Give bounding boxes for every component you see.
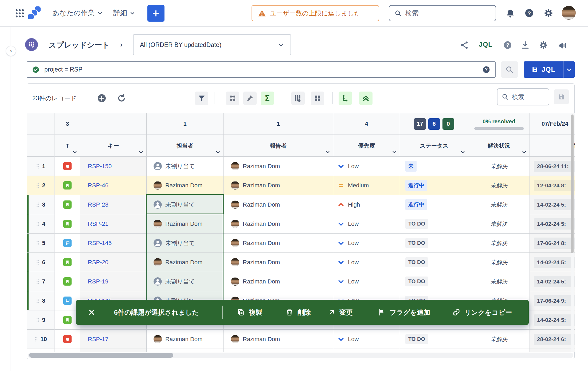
issue-type-cell[interactable] <box>55 157 80 176</box>
issue-type-cell[interactable] <box>55 253 80 272</box>
created-cell[interactable]: 14-02-24 5: <box>530 310 575 330</box>
reporter-cell[interactable]: Raziman Dom <box>224 272 333 291</box>
megaphone-icon[interactable] <box>558 41 567 50</box>
issue-type-cell[interactable] <box>55 176 80 195</box>
created-cell[interactable]: 17-06-24 9: <box>530 291 575 310</box>
duplicate-button[interactable]: 複製 <box>237 300 262 325</box>
issue-type-cell[interactable] <box>55 195 80 214</box>
col-header-resolution[interactable]: 解決状況 <box>468 135 530 157</box>
save-view-button[interactable] <box>554 89 569 104</box>
vertical-scrollbar[interactable] <box>571 113 574 352</box>
jql-search-button[interactable] <box>501 61 518 78</box>
refresh-icon[interactable] <box>117 93 126 103</box>
download-icon[interactable] <box>521 41 530 50</box>
assignee-cell[interactable]: Raziman Dom <box>147 176 224 195</box>
create-button[interactable] <box>147 5 164 22</box>
issue-key-cell[interactable]: RSP-20 <box>80 253 147 272</box>
assignee-cell[interactable]: 未割り当て <box>147 272 224 291</box>
filter-icon[interactable] <box>195 92 208 105</box>
issue-key-cell[interactable]: RSP-17 <box>80 330 147 349</box>
issue-key-cell[interactable]: RSP-21 <box>80 214 147 234</box>
drag-handle-icon[interactable] <box>36 221 40 227</box>
assignee-cell[interactable]: Raziman Dom <box>147 253 224 272</box>
priority-cell[interactable]: Low <box>333 157 400 176</box>
row-number-cell[interactable]: 5 <box>27 234 55 253</box>
issue-key-cell[interactable]: RSP-46 <box>80 176 147 195</box>
drag-handle-icon[interactable] <box>36 317 40 323</box>
priority-cell[interactable]: Low <box>333 253 400 272</box>
table-search-input[interactable]: 検索 <box>497 88 549 105</box>
assignee-cell[interactable]: 未割り当て <box>147 157 224 176</box>
sidebar-expand-button[interactable]: › <box>6 46 16 56</box>
created-cell[interactable]: 28-06-24 11: <box>530 157 575 176</box>
issue-type-cell[interactable] <box>55 234 80 253</box>
created-cell[interactable]: 28-02-24 6: <box>530 330 575 349</box>
user-limit-warning[interactable]: ユーザー数の上限に達しました <box>252 5 379 21</box>
col-header-reporter[interactable]: 報告者 <box>224 135 333 157</box>
sum-icon[interactable]: Σ <box>261 92 274 105</box>
priority-cell[interactable]: Low <box>333 272 400 291</box>
user-avatar[interactable] <box>562 6 576 20</box>
card-view-icon[interactable] <box>311 92 324 105</box>
help-circle-icon[interactable]: ? <box>503 41 512 50</box>
jql-link[interactable]: JQL <box>479 41 493 48</box>
row-number-cell[interactable]: 9 <box>27 310 55 330</box>
change-button[interactable]: 変更 <box>328 300 353 325</box>
issue-key-cell[interactable]: RSP-150 <box>80 157 147 176</box>
drag-handle-icon[interactable] <box>36 183 40 188</box>
row-number-cell[interactable]: 1 <box>27 157 55 176</box>
col-header-key[interactable]: キー <box>80 135 147 157</box>
issue-type-cell[interactable] <box>55 272 80 291</box>
syntax-help-icon[interactable]: ? <box>482 66 490 74</box>
resolution-cell[interactable]: 未解決 <box>468 330 530 349</box>
priority-cell[interactable]: Low <box>333 214 400 234</box>
created-cell[interactable]: 14-02-24 5: <box>530 214 575 234</box>
nav-search-input[interactable]: 検索 <box>389 5 496 21</box>
jql-save-button[interactable]: JQL <box>524 61 575 78</box>
nav-more[interactable]: 詳細 <box>113 8 135 18</box>
horizontal-scrollbar[interactable] <box>28 353 573 358</box>
created-cell[interactable]: 17-06-24 8: <box>530 234 575 253</box>
settings-gear-icon[interactable] <box>539 41 548 50</box>
priority-cell[interactable]: High <box>333 195 400 214</box>
row-number-cell[interactable]: 6 <box>27 253 55 272</box>
jql-query-input[interactable]: project = RSP ? <box>27 61 496 78</box>
close-selection-button[interactable] <box>88 300 95 325</box>
view-dropdown[interactable]: All (ORDER BY updatedDate) <box>133 34 291 55</box>
help-icon[interactable]: ? <box>524 8 534 18</box>
reporter-cell[interactable]: Raziman Dom <box>224 253 333 272</box>
drag-handle-icon[interactable] <box>34 337 38 342</box>
drag-handle-icon[interactable] <box>36 240 40 246</box>
priority-cell[interactable]: Low <box>333 330 400 349</box>
copy-link-button[interactable]: リンクをコピー <box>453 300 512 325</box>
resolution-cell[interactable]: 未解決 <box>468 272 530 291</box>
row-number-cell[interactable]: 8 <box>27 291 55 310</box>
issue-type-cell[interactable] <box>55 330 80 349</box>
drag-handle-icon[interactable] <box>36 279 40 284</box>
issue-key-cell[interactable]: RSP-145 <box>80 234 147 253</box>
row-number-cell[interactable]: 3 <box>27 195 55 214</box>
created-cell[interactable]: 14-02-24 5: <box>530 253 575 272</box>
column-settings-icon[interactable] <box>291 92 305 105</box>
issue-key-cell[interactable]: RSP-19 <box>80 272 147 291</box>
reporter-cell[interactable]: Raziman Dom <box>224 214 333 234</box>
reporter-cell[interactable]: Raziman Dom <box>224 234 333 253</box>
status-cell[interactable]: TO DO <box>400 234 468 253</box>
drag-handle-icon[interactable] <box>36 164 40 169</box>
status-cell[interactable]: 未 <box>400 157 468 176</box>
row-number-cell[interactable]: 2 <box>27 176 55 195</box>
row-number-cell[interactable]: 7 <box>27 272 55 291</box>
issue-type-cell[interactable] <box>55 214 80 234</box>
resolution-cell[interactable]: 未解決 <box>468 176 530 195</box>
reporter-cell[interactable]: Raziman Dom <box>224 330 333 349</box>
priority-cell[interactable]: Low <box>333 234 400 253</box>
drag-handle-icon[interactable] <box>36 202 40 207</box>
reporter-cell[interactable]: Raziman Dom <box>224 195 333 214</box>
status-cell[interactable]: TO DO <box>400 214 468 234</box>
row-number-cell[interactable]: 10 <box>27 330 55 349</box>
col-header-assignee[interactable]: 担当者 <box>147 135 224 157</box>
resolution-cell[interactable]: 未解決 <box>468 157 530 176</box>
jql-save-dropdown[interactable] <box>563 67 575 73</box>
nav-your-work[interactable]: あなたの作業 <box>52 8 103 18</box>
issue-key-cell[interactable]: RSP-23 <box>80 195 147 214</box>
